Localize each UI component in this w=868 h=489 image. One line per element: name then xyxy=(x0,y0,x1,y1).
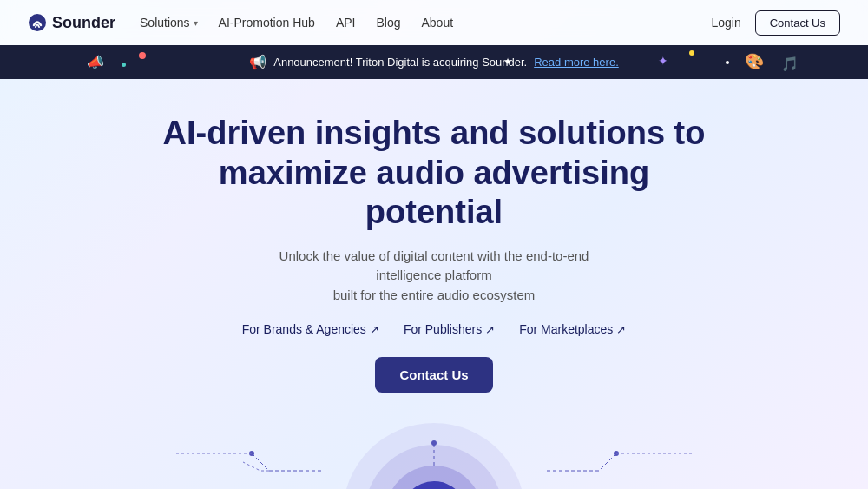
deco-dot-1 xyxy=(139,52,146,59)
arrow-icon-2: ↗ xyxy=(485,323,495,336)
link-publishers[interactable]: For Publishers ↗ xyxy=(404,322,495,336)
line-tl xyxy=(252,453,321,471)
deco-dot-2 xyxy=(122,63,126,67)
hero-title: AI-driven insights and solutions to maxi… xyxy=(152,114,716,233)
banner-link[interactable]: Read more here. xyxy=(534,56,619,69)
logo-text: Sounder xyxy=(52,14,115,32)
banner-text: Announcement! Triton Digital is acquirin… xyxy=(273,56,527,69)
nav-item-blog[interactable]: Blog xyxy=(376,16,400,30)
diagram-section: S xyxy=(0,419,868,489)
arrow-icon-3: ↗ xyxy=(616,323,626,336)
deco-emoji-1: 🎨 xyxy=(745,52,764,71)
arrow-icon-1: ↗ xyxy=(370,323,379,336)
nav-item-ai-hub[interactable]: AI-Promotion Hub xyxy=(219,16,315,30)
banner-emoji: 📢 xyxy=(249,54,266,70)
node-top xyxy=(431,440,437,446)
link-brands-agencies[interactable]: For Brands & Agencies ↗ xyxy=(242,322,379,336)
deco-emoji-3: 📣 xyxy=(87,54,104,70)
hero-links: For Brands & Agencies ↗ For Publishers ↗… xyxy=(17,322,851,336)
nav-item-api[interactable]: API xyxy=(336,16,356,30)
nav-item-about[interactable]: About xyxy=(422,16,454,30)
hero-subtitle: Unlock the value of digital content with… xyxy=(252,247,616,306)
diagram-svg: S xyxy=(0,419,868,489)
nav-left: Sounder Solutions ▾ AI-Promotion Hub API… xyxy=(28,13,453,32)
line-tr xyxy=(547,453,616,471)
logo[interactable]: Sounder xyxy=(28,13,115,32)
contact-nav-button[interactable]: Contact Us xyxy=(755,10,840,36)
navbar: Sounder Solutions ▾ AI-Promotion Hub API… xyxy=(0,0,868,45)
login-button[interactable]: Login xyxy=(711,16,740,30)
chevron-down-icon: ▾ xyxy=(194,18,198,28)
deco-sparkle-2: ✦ xyxy=(658,54,668,68)
nav-item-solutions[interactable]: Solutions ▾ xyxy=(140,16,198,30)
link-marketplaces[interactable]: For Marketplaces ↗ xyxy=(519,322,626,336)
announcement-banner: ✦ ✦ 🎨 🎵 📣 📢 Announcement! Triton Digital… xyxy=(0,45,868,79)
deco-emoji-2: 🎵 xyxy=(781,56,799,72)
nav-right: Login Contact Us xyxy=(711,10,840,36)
deco-dot-4 xyxy=(726,61,729,64)
sounder-logo-icon xyxy=(28,13,47,32)
nav-links: Solutions ▾ AI-Promotion Hub API Blog Ab… xyxy=(140,16,453,30)
hero-cta-button[interactable]: Contact Us xyxy=(375,357,492,393)
deco-dot-3 xyxy=(689,50,694,56)
hero-section: AI-driven insights and solutions to maxi… xyxy=(0,79,868,410)
